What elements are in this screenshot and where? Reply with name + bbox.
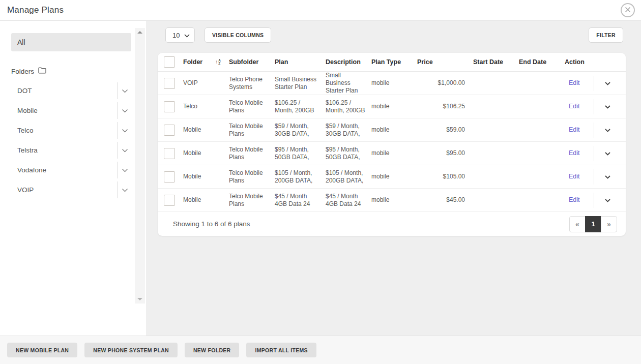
folders-sidebar: All Folders DOT bbox=[0, 21, 146, 336]
edit-link[interactable]: Edit bbox=[569, 173, 580, 180]
row-checkbox[interactable] bbox=[164, 125, 175, 136]
cell-action: Edit bbox=[561, 146, 626, 161]
sidebar-item-all[interactable]: All bbox=[11, 33, 131, 51]
row-actions-chevron-button[interactable] bbox=[605, 79, 610, 87]
cell-plan-type: mobile bbox=[367, 173, 413, 180]
folder-header-label: Folder bbox=[183, 58, 202, 66]
cell-price: $95.00 bbox=[413, 149, 469, 157]
bottom-bar-button[interactable]: NEW MOBILE PLAN bbox=[7, 343, 77, 357]
scroll-up-icon[interactable] bbox=[137, 31, 142, 34]
edit-link[interactable]: Edit bbox=[569, 149, 580, 157]
edit-link[interactable]: Edit bbox=[569, 103, 580, 110]
folder-list-item[interactable]: DOT bbox=[11, 81, 131, 101]
cell-plan-type: mobile bbox=[367, 126, 413, 134]
cell-folder: Mobile bbox=[179, 149, 225, 157]
cell-subfolder: Telco Mobile Plans bbox=[225, 99, 271, 114]
row-checkbox[interactable] bbox=[164, 171, 175, 183]
table-row: Mobile Telco Mobile Plans $105 / Month, … bbox=[158, 165, 626, 189]
folder-list: DOT Mobile bbox=[0, 81, 146, 200]
folder-list-item[interactable]: Telco bbox=[11, 120, 131, 140]
visible-columns-button[interactable]: VISIBLE COLUMNS bbox=[205, 27, 271, 43]
row-actions-chevron-button[interactable] bbox=[605, 173, 610, 180]
action-divider bbox=[594, 169, 594, 185]
action-divider bbox=[594, 123, 594, 138]
cell-subfolder: Telco Mobile Plans bbox=[225, 146, 271, 161]
folder-item-divider bbox=[117, 181, 118, 198]
folder-item-divider bbox=[117, 102, 118, 119]
row-checkbox[interactable] bbox=[164, 148, 175, 159]
row-actions-chevron-button[interactable] bbox=[605, 149, 610, 157]
bottom-bar-button[interactable]: NEW FOLDER bbox=[185, 343, 240, 357]
row-checkbox[interactable] bbox=[164, 101, 175, 112]
edit-link[interactable]: Edit bbox=[569, 196, 580, 204]
bottom-bar-button[interactable]: IMPORT ALL ITEMS bbox=[246, 343, 316, 357]
cell-plan-type: mobile bbox=[367, 196, 413, 204]
cell-plan-type: mobile bbox=[367, 149, 413, 157]
cell-folder: Telco bbox=[179, 103, 225, 110]
pagination-page-1-button[interactable]: 1 bbox=[585, 216, 601, 232]
folder-item-label: Mobile bbox=[17, 107, 38, 114]
cell-subfolder: Telco Mobile Plans bbox=[225, 193, 271, 208]
close-icon bbox=[625, 6, 631, 15]
cell-plan: $45 / Month 4GB Data 24 bbox=[271, 193, 322, 208]
close-button[interactable] bbox=[621, 3, 635, 17]
pagination: « 1 » bbox=[569, 216, 617, 232]
cell-description: $45 / Month 4GB Data 24 bbox=[322, 193, 367, 208]
folder-icon bbox=[38, 67, 46, 75]
folder-item-divider bbox=[117, 82, 118, 99]
table-row: Mobile Telco Mobile Plans $59 / Month, 3… bbox=[158, 118, 626, 142]
cell-folder: Mobile bbox=[179, 173, 225, 180]
row-checkbox[interactable] bbox=[164, 78, 175, 89]
chevron-down-icon bbox=[605, 196, 610, 204]
chevron-down-icon[interactable] bbox=[120, 126, 129, 135]
cell-price: $1,000.00 bbox=[413, 79, 469, 87]
page-size-select[interactable]: 10 bbox=[165, 27, 195, 43]
select-chevron-icon bbox=[184, 32, 190, 39]
page-size-value: 10 bbox=[172, 32, 180, 39]
folder-list-item[interactable]: Mobile bbox=[11, 101, 131, 120]
select-all-checkbox[interactable] bbox=[164, 56, 175, 68]
row-actions-chevron-button[interactable] bbox=[605, 126, 610, 134]
folder-item-divider bbox=[117, 122, 118, 139]
column-header-folder[interactable]: Folder ↑ A Z bbox=[179, 58, 225, 66]
folder-list-item[interactable]: Telstra bbox=[11, 140, 131, 160]
column-header-action: Action bbox=[561, 58, 626, 66]
row-checkbox[interactable] bbox=[164, 195, 175, 206]
folder-list-item[interactable]: Vodafone bbox=[11, 160, 131, 180]
bottom-bar-button[interactable]: NEW PHONE SYSTEM PLAN bbox=[84, 343, 178, 357]
cell-folder: Mobile bbox=[179, 126, 225, 134]
table-header-row: Folder ↑ A Z Subfolder Plan Description … bbox=[158, 53, 626, 72]
sort-alpha-icon: ↑ A Z bbox=[215, 59, 221, 65]
chevron-down-icon[interactable] bbox=[120, 106, 129, 115]
chevron-down-icon[interactable] bbox=[120, 86, 129, 96]
folder-list-item[interactable]: VOIP bbox=[11, 180, 131, 200]
cell-description: $105 / Month, 200GB DATA, bbox=[322, 169, 367, 185]
pagination-prev-button[interactable]: « bbox=[569, 216, 586, 232]
table-body: VOIP Telco Phone Systems Small Business … bbox=[158, 72, 626, 212]
cell-price: $106.25 bbox=[413, 103, 469, 110]
cell-plan: $59 / Month, 30GB DATA, bbox=[271, 123, 322, 138]
row-actions-chevron-button[interactable] bbox=[605, 196, 610, 204]
edit-link[interactable]: Edit bbox=[569, 126, 580, 134]
column-header-plan: Plan bbox=[271, 58, 322, 66]
folders-heading: Folders bbox=[11, 67, 146, 75]
cell-price: $45.00 bbox=[413, 196, 469, 204]
edit-link[interactable]: Edit bbox=[569, 79, 580, 87]
action-divider bbox=[594, 99, 594, 114]
folder-item-divider bbox=[117, 142, 118, 159]
cell-description: $59 / Month, 30GB DATA, bbox=[322, 123, 367, 138]
chevron-down-icon[interactable] bbox=[120, 146, 129, 155]
chevron-down-icon[interactable] bbox=[120, 166, 129, 175]
table-footer: Showing 1 to 6 of 6 plans « 1 » bbox=[158, 212, 626, 236]
scroll-down-icon[interactable] bbox=[137, 298, 142, 300]
plans-table-card: Folder ↑ A Z Subfolder Plan Description … bbox=[158, 53, 626, 236]
chevron-down-icon bbox=[605, 103, 610, 110]
cell-price: $105.00 bbox=[413, 173, 469, 180]
chevron-down-icon[interactable] bbox=[120, 186, 129, 195]
pagination-next-button[interactable]: » bbox=[601, 216, 617, 232]
column-header-end-date: End Date bbox=[515, 58, 561, 66]
cell-action: Edit bbox=[561, 76, 626, 91]
sidebar-scrollbar[interactable] bbox=[135, 28, 145, 304]
row-actions-chevron-button[interactable] bbox=[605, 103, 610, 110]
filter-button[interactable]: FILTER bbox=[589, 27, 623, 43]
